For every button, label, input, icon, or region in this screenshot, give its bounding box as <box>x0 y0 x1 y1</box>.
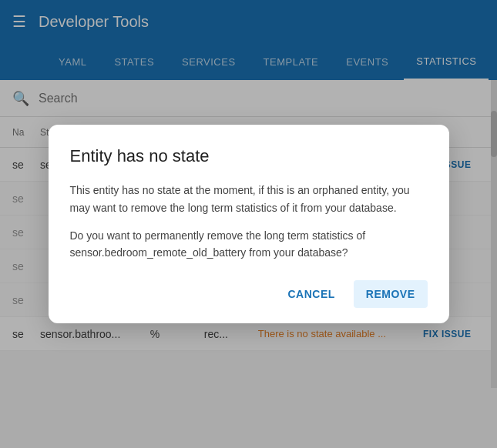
cancel-button[interactable]: CANCEL <box>275 280 347 308</box>
dialog-body-line1: This entity has no state at the moment, … <box>70 182 428 216</box>
dialog-overlay: Entity has no state This entity has no s… <box>0 0 497 448</box>
dialog: Entity has no state This entity has no s… <box>49 125 449 323</box>
dialog-body: This entity has no state at the moment, … <box>70 182 428 262</box>
dialog-title: Entity has no state <box>70 146 428 166</box>
dialog-actions: CANCEL REMOVE <box>70 280 428 308</box>
remove-button[interactable]: REMOVE <box>354 280 428 308</box>
dialog-body-line2: Do you want to permanently remove the lo… <box>70 227 428 262</box>
